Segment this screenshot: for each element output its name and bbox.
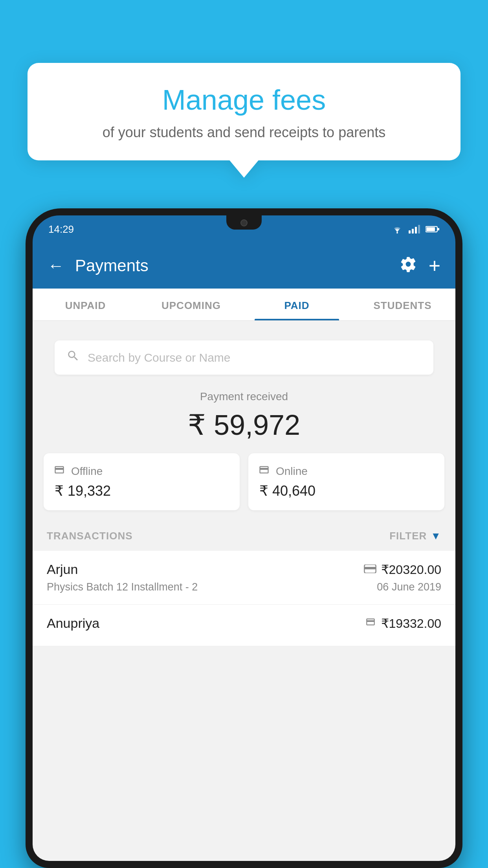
tooltip-card: Manage fees of your students and send re… [28, 63, 460, 160]
phone-screen: ← Payments + UNPAID UPCOMING PAID [33, 243, 455, 861]
tab-students[interactable]: STUDENTS [350, 289, 455, 320]
transactions-header: TRANSACTIONS FILTER ▼ [33, 521, 455, 551]
filter-button[interactable]: FILTER ▼ [389, 530, 441, 542]
online-payment-card: Online ₹ 40,640 [248, 453, 444, 510]
tab-upcoming[interactable]: UPCOMING [138, 289, 244, 320]
transaction-amount: ₹20320.00 [381, 562, 441, 577]
offline-amount: ₹ 19,332 [53, 483, 230, 499]
phone-notch [226, 215, 262, 230]
camera [240, 219, 248, 226]
payment-received-section: Payment received ₹ 59,972 [33, 375, 455, 453]
transaction-name: Arjun [47, 562, 78, 577]
add-button[interactable]: + [429, 254, 440, 278]
table-row[interactable]: Arjun ₹20320.00 Physics Batch 12 Install… [33, 551, 455, 605]
tab-unpaid[interactable]: UNPAID [33, 289, 138, 320]
svg-rect-5 [364, 567, 376, 569]
tab-paid[interactable]: PAID [244, 289, 350, 320]
signal-icon [409, 225, 420, 234]
offline-payment-card: Offline ₹ 19,332 [44, 453, 240, 510]
transaction-amount-wrap: ₹19332.00 [365, 616, 441, 631]
tooltip-subtitle: of your students and send receipts to pa… [51, 124, 437, 141]
status-bar: 14:29 [33, 215, 455, 243]
wifi-icon [391, 225, 403, 234]
app-header: ← Payments + [33, 243, 455, 289]
card-icon [258, 464, 270, 478]
search-placeholder: Search by Course or Name [88, 351, 231, 364]
transaction-date: 06 June 2019 [377, 581, 441, 593]
payment-received-label: Payment received [44, 390, 444, 403]
tooltip-title: Manage fees [51, 85, 437, 116]
status-time: 14:29 [48, 223, 74, 235]
online-amount: ₹ 40,640 [258, 483, 435, 499]
svg-rect-2 [426, 227, 435, 231]
transaction-course: Physics Batch 12 Installment - 2 [47, 581, 198, 593]
offline-label: Offline [71, 465, 103, 478]
header-icons: + [400, 254, 440, 278]
transaction-amount-wrap: ₹20320.00 [364, 562, 441, 577]
tabs-bar: UNPAID UPCOMING PAID STUDENTS [33, 289, 455, 321]
battery-icon [426, 226, 440, 233]
status-icons [391, 225, 440, 234]
table-row[interactable]: Anupriya ₹19332.00 [33, 605, 455, 646]
transaction-name: Anupriya [47, 616, 99, 631]
cash-payment-icon [365, 617, 376, 630]
online-label: Online [276, 465, 308, 478]
phone-frame: 14:29 [26, 208, 462, 868]
cash-icon [53, 464, 66, 478]
transactions-list: Arjun ₹20320.00 Physics Batch 12 Install… [33, 551, 455, 646]
search-icon [66, 349, 80, 366]
payment-amount-total: ₹ 59,972 [44, 408, 444, 441]
back-button[interactable]: ← [48, 257, 64, 274]
svg-rect-3 [438, 228, 439, 230]
filter-icon: ▼ [431, 530, 441, 542]
card-payment-icon [364, 563, 376, 576]
app-title: Payments [75, 256, 389, 275]
search-bar[interactable]: Search by Course or Name [55, 340, 433, 375]
transactions-label: TRANSACTIONS [47, 530, 133, 542]
payment-cards: Offline ₹ 19,332 Online ₹ 40,640 [44, 453, 444, 510]
settings-icon[interactable] [400, 256, 417, 276]
transaction-amount: ₹19332.00 [381, 616, 441, 631]
svg-point-0 [396, 232, 398, 234]
